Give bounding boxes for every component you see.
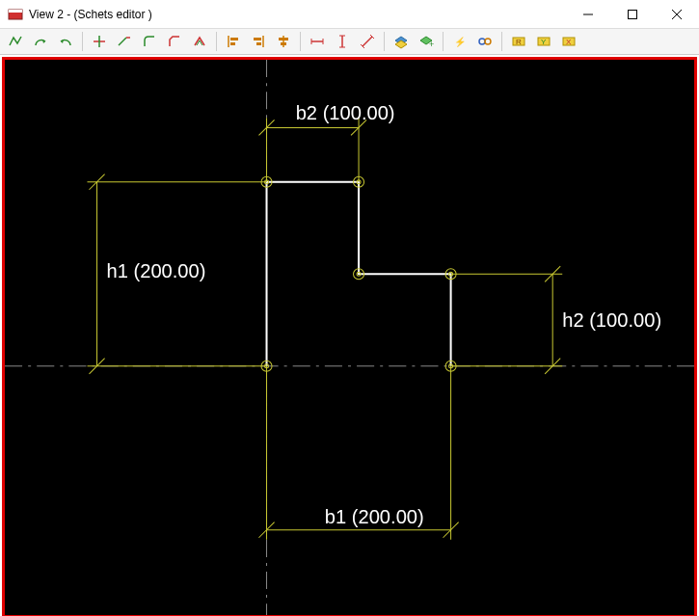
dimension-b2[interactable] (258, 118, 366, 181)
tag-y-icon[interactable]: Y (532, 31, 555, 52)
dim-horizontal-icon[interactable] (306, 31, 329, 52)
param-icon[interactable]: ⚡ (448, 31, 471, 52)
fillet-icon[interactable] (138, 31, 161, 52)
svg-text:⚡: ⚡ (454, 36, 467, 48)
dimension-h2-label[interactable]: h2 (100.00) (562, 309, 661, 331)
svg-rect-20 (281, 42, 286, 45)
dimension-h1-label[interactable]: h1 (200.00) (107, 260, 206, 281)
svg-rect-3 (629, 10, 637, 18)
svg-rect-16 (254, 38, 261, 40)
align-left-icon[interactable] (222, 31, 245, 52)
layer-add-icon[interactable]: + (415, 31, 438, 52)
dim-vertical-icon[interactable] (331, 31, 354, 52)
layer-icon[interactable] (390, 31, 413, 52)
svg-rect-13 (230, 38, 238, 40)
tag-r-icon[interactable]: R (507, 31, 530, 52)
polyline-icon[interactable] (4, 31, 27, 52)
dimension-b2-label[interactable]: b2 (100.00) (296, 102, 395, 123)
sketch-canvas[interactable]: b2 (100.00) h1 (200.00) h2 (100.00) b1 (… (2, 57, 697, 616)
svg-rect-1 (9, 10, 22, 13)
toolbar: + ⚡ R Y X (0, 29, 699, 55)
toolbar-separator (82, 32, 83, 51)
window-title: View 2 - (Schets editor ) (29, 8, 566, 21)
svg-text:Y: Y (541, 38, 547, 46)
svg-text:+: + (429, 40, 434, 49)
sketch-svg[interactable]: b2 (100.00) h1 (200.00) h2 (100.00) b1 (… (5, 60, 694, 615)
toolbar-separator (443, 32, 444, 51)
minimize-button[interactable] (566, 0, 610, 29)
align-right-icon[interactable] (247, 31, 270, 52)
toolbar-separator (384, 32, 385, 51)
close-button[interactable] (655, 0, 699, 29)
app-icon (8, 7, 23, 22)
svg-point-36 (485, 39, 491, 44)
arc-ccw-icon[interactable] (54, 31, 77, 52)
title-bar: View 2 - (Schets editor ) (0, 0, 699, 29)
align-center-icon[interactable] (272, 31, 295, 52)
arc-cw-icon[interactable] (29, 31, 52, 52)
toolbar-separator (501, 32, 502, 51)
svg-text:R: R (516, 38, 522, 46)
svg-rect-17 (256, 42, 261, 45)
svg-line-27 (363, 37, 372, 46)
svg-line-10 (119, 38, 126, 45)
dimension-h2[interactable] (451, 266, 563, 374)
tag-x-icon[interactable]: X (557, 31, 580, 52)
svg-rect-14 (230, 42, 235, 45)
toolbar-separator (216, 32, 217, 51)
svg-text:X: X (566, 38, 572, 46)
trim-icon[interactable] (88, 31, 111, 52)
sketch-geometry[interactable] (267, 182, 451, 366)
extend-icon[interactable] (113, 31, 136, 52)
toolbar-separator (300, 32, 301, 51)
maximize-button[interactable] (610, 0, 655, 29)
dimension-b1-label[interactable]: b1 (200.00) (325, 506, 424, 527)
offset-icon[interactable] (188, 31, 211, 52)
param-link-icon[interactable] (473, 31, 497, 52)
dim-aligned-icon[interactable] (356, 31, 379, 52)
chamfer-icon[interactable] (163, 31, 186, 52)
svg-point-35 (479, 39, 485, 44)
svg-rect-19 (279, 38, 288, 40)
